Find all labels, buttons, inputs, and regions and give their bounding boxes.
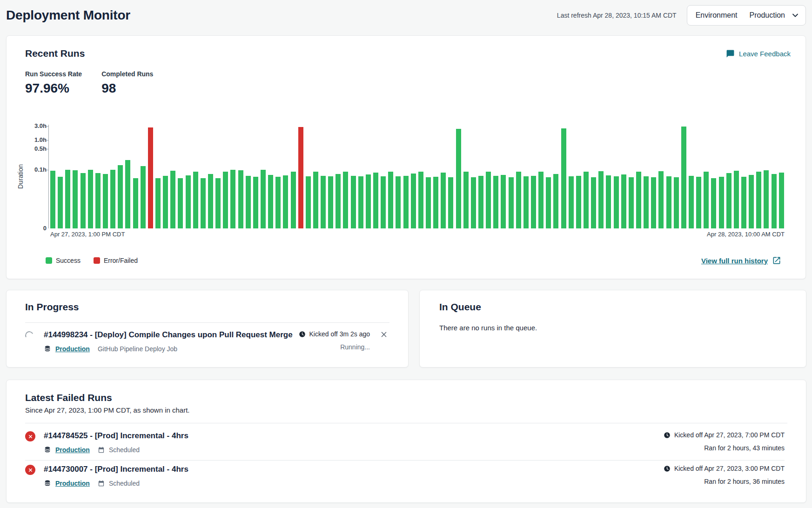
chart-bar-success[interactable] [373, 173, 378, 228]
chart-bar-success[interactable] [95, 173, 101, 228]
chart-bar-success[interactable] [741, 177, 746, 228]
chart-bar-success[interactable] [636, 172, 641, 228]
chart-bar-success[interactable] [403, 176, 409, 228]
chart-bar-success[interactable] [614, 176, 619, 228]
chart-bar-success[interactable] [186, 175, 191, 228]
chart-bar-success[interactable] [81, 173, 86, 228]
chart-bar-success[interactable] [689, 176, 694, 228]
environment-dropdown[interactable]: Environment Production [687, 5, 806, 26]
chart-bar-success[interactable] [666, 176, 671, 228]
chart-bar-success[interactable] [418, 172, 423, 228]
chart-bar-success[interactable] [658, 171, 664, 228]
chart-bar-success[interactable] [734, 171, 739, 228]
chart-bar-success[interactable] [561, 128, 566, 228]
chart-bar-success[interactable] [65, 170, 70, 228]
chart-bar-success[interactable] [283, 175, 288, 228]
chart-bar-success[interactable] [772, 174, 777, 228]
chart-bar-success[interactable] [193, 172, 198, 228]
chart-bar-success[interactable] [246, 176, 251, 228]
chart-bar-success[interactable] [441, 173, 446, 228]
chart-bar-success[interactable] [411, 174, 416, 228]
chart-bar-success[interactable] [261, 170, 266, 228]
chart-bar-success[interactable] [538, 172, 544, 228]
chart-bar-success[interactable] [88, 170, 93, 228]
chart-bar-success[interactable] [749, 175, 754, 228]
chart-bar-success[interactable] [73, 170, 78, 228]
chart-bar-success[interactable] [50, 171, 55, 228]
chart-bar-success[interactable] [779, 173, 784, 228]
chart-bar-success[interactable] [486, 172, 491, 228]
chart-bar-success[interactable] [696, 177, 701, 228]
chart-bar-failed[interactable] [148, 127, 153, 228]
chart-bar-success[interactable] [336, 174, 341, 228]
chart-bar-success[interactable] [291, 172, 296, 228]
chart-bar-success[interactable] [58, 177, 63, 228]
chart-bar-success[interactable] [396, 176, 401, 228]
chart-bar-success[interactable] [711, 178, 716, 228]
chart-bar-success[interactable] [321, 176, 326, 228]
chart-bar-success[interactable] [163, 176, 168, 228]
chart-bar-success[interactable] [456, 129, 461, 228]
chart-bar-success[interactable] [584, 172, 589, 228]
leave-feedback-link[interactable]: Leave Feedback [726, 49, 791, 58]
chart-bar-success[interactable] [448, 177, 453, 228]
chart-bar-success[interactable] [133, 178, 138, 228]
chart-bar-success[interactable] [523, 176, 529, 228]
chart-bar-success[interactable] [629, 177, 634, 228]
chart-bar-success[interactable] [275, 177, 281, 228]
close-icon[interactable] [380, 331, 388, 340]
chart-bar-success[interactable] [201, 178, 206, 228]
chart-bar-success[interactable] [103, 174, 108, 228]
chart-bar-success[interactable] [546, 177, 551, 228]
chart-bar-success[interactable] [426, 177, 431, 228]
chart-bar-success[interactable] [388, 172, 393, 228]
view-full-run-history-link[interactable]: View full run history [701, 256, 781, 265]
chart-bar-success[interactable] [719, 177, 724, 228]
chart-bar-success[interactable] [306, 176, 311, 228]
chart-bar-success[interactable] [516, 172, 521, 228]
chart-bar-success[interactable] [509, 177, 514, 228]
chart-bar-success[interactable] [591, 177, 596, 228]
chart-bar-success[interactable] [351, 176, 356, 228]
chart-bar-success[interactable] [170, 171, 175, 228]
chart-bar-success[interactable] [155, 178, 161, 228]
chart-bar-success[interactable] [553, 174, 558, 228]
chart-bar-success[interactable] [576, 176, 581, 228]
chart-bar-success[interactable] [215, 178, 221, 228]
environment-link[interactable]: Production [55, 345, 90, 353]
chart-bar-success[interactable] [178, 178, 183, 228]
chart-bar-success[interactable] [343, 172, 348, 228]
chart-bar-failed[interactable] [298, 127, 303, 228]
chart-bar-success[interactable] [381, 176, 386, 228]
environment-link[interactable]: Production [55, 480, 90, 487]
chart-bar-success[interactable] [313, 172, 318, 228]
chart-bar-success[interactable] [208, 174, 213, 228]
chart-bar-success[interactable] [756, 172, 761, 228]
chart-bar-success[interactable] [223, 172, 228, 228]
chart-bar-success[interactable] [478, 176, 483, 228]
chart-bar-success[interactable] [463, 172, 469, 228]
chart-bar-success[interactable] [726, 173, 731, 228]
chart-bar-success[interactable] [493, 176, 498, 228]
chart-bar-success[interactable] [531, 176, 536, 228]
chart-bar-success[interactable] [366, 174, 371, 228]
chart-bar-success[interactable] [606, 175, 611, 228]
chart-bar-success[interactable] [704, 172, 709, 228]
chart-bar-success[interactable] [328, 176, 333, 228]
chart-bar-success[interactable] [125, 160, 130, 228]
chart-bar-success[interactable] [621, 174, 626, 228]
chart-bar-success[interactable] [501, 175, 506, 228]
chart-bar-success[interactable] [253, 177, 258, 228]
chart-bar-success[interactable] [569, 176, 574, 228]
chart-bar-success[interactable] [433, 177, 438, 228]
chart-bar-success[interactable] [651, 177, 656, 228]
chart-bar-success[interactable] [230, 170, 235, 228]
chart-bar-success[interactable] [644, 176, 649, 228]
chart-bar-success[interactable] [268, 175, 273, 228]
chart-bar-success[interactable] [471, 177, 476, 228]
chart-bar-success[interactable] [141, 166, 146, 228]
chart-bar-success[interactable] [110, 170, 115, 228]
chart-bar-success[interactable] [358, 176, 363, 228]
chart-bar-success[interactable] [598, 171, 604, 228]
chart-bar-success[interactable] [674, 177, 679, 228]
